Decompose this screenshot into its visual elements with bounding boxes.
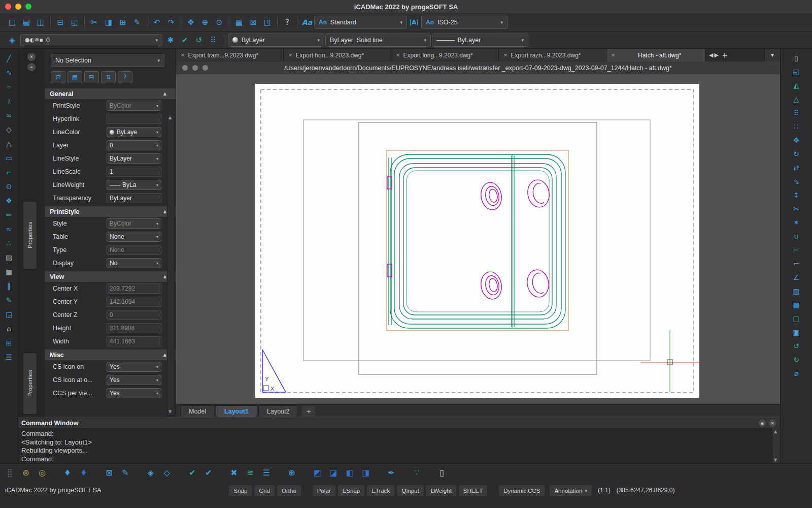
row-linestyle[interactable]: LineStyle —— ByLayer ▾ [45, 152, 176, 165]
property-value[interactable]: —— Yes ▾ [107, 362, 161, 372]
revcloud-tool-icon[interactable]: ≈ [3, 223, 16, 235]
pan-icon[interactable]: ✥ [184, 16, 198, 29]
row-layer[interactable]: Layer —— 0 ▾ [45, 139, 176, 152]
grip-icon[interactable]: ⣿ [3, 466, 16, 480]
cone-tool-icon[interactable]: △ [3, 137, 16, 150]
close-tab-icon[interactable]: ✕ [288, 52, 292, 58]
hatch-tool-icon[interactable]: ▨ [3, 251, 16, 264]
property-value[interactable]: —— ByLaye ▾ [107, 127, 161, 137]
gradient-icon[interactable]: ▩ [790, 299, 803, 310]
property-value[interactable]: —— No ▾ [107, 258, 161, 268]
snap-toggle[interactable]: Snap [229, 485, 252, 496]
layer-select[interactable]: ●◐❄▪ 0 ▾ [20, 34, 162, 46]
image-tool-icon[interactable]: ◲ [3, 308, 16, 321]
cross-icon[interactable]: ✖ [227, 466, 241, 480]
row-center-x[interactable]: Center X —— 203.7292 ▾ [45, 282, 176, 295]
row-display[interactable]: Display —— No ▾ [45, 257, 176, 270]
close-tab-icon[interactable]: ✕ [181, 52, 185, 58]
layer-states-manager-icon[interactable]: ⠿ [206, 34, 220, 47]
row-table[interactable]: Table —— None ▾ [45, 230, 176, 243]
property-value[interactable]: —— 142.1694 ▾ [107, 297, 161, 307]
select-entities-button[interactable]: ⊡ [51, 71, 65, 83]
row-cs-icon-origin[interactable]: CS icon at o... —— Yes ▾ [45, 373, 176, 387]
table-tool-icon[interactable]: ⊞ [3, 336, 16, 349]
zoom-previous-icon[interactable]: ⊙ [212, 16, 226, 29]
property-value[interactable]: —— 0 ▾ [107, 140, 161, 150]
row-transparency[interactable]: Transparency —— ByLayer ▾ [45, 192, 176, 205]
open-file-icon[interactable]: ▤ [19, 16, 33, 29]
close-command-icon[interactable]: ✕ [769, 420, 776, 427]
row-cs-icon-on[interactable]: CS icon on —— Yes ▾ [45, 360, 176, 373]
viewports-icon[interactable]: ▦ [232, 16, 246, 29]
esnap-toggle[interactable]: ESnap [338, 485, 365, 496]
lweight-toggle[interactable]: LWeight [426, 485, 456, 496]
property-value[interactable]: —— 441.1663 ▾ [107, 336, 161, 346]
list-tool-icon[interactable]: ☰ [3, 351, 16, 363]
measure-icon[interactable]: ⌀ [790, 367, 803, 379]
explode-icon[interactable]: ✶ [790, 216, 803, 228]
panel-scrollbar[interactable]: ▲ ▼ [167, 114, 175, 416]
property-value[interactable]: —— 311.8908 ▾ [107, 323, 161, 333]
offset-tool-icon[interactable]: ∥ [3, 279, 16, 292]
block4-icon[interactable]: ◨ [359, 466, 373, 480]
add-layout-icon[interactable]: + [302, 406, 315, 417]
scroll-up-icon[interactable]: ▲ [168, 115, 172, 120]
close-tab-icon[interactable]: ✕ [611, 52, 615, 58]
chain-tool-icon[interactable]: ∞ [3, 109, 16, 121]
home-icon[interactable]: ⌂ [3, 322, 16, 335]
maximize-view-icon[interactable]: ◱ [790, 66, 803, 77]
layer-isolate-icon[interactable]: ◇ [160, 466, 174, 480]
help-icon[interactable]: ? [280, 16, 294, 29]
row-linescale[interactable]: LineScale —— 1 ▾ [45, 165, 176, 178]
layer-previous-icon[interactable]: ↺ [192, 34, 206, 47]
redo-view-icon[interactable]: ↻ [790, 354, 803, 365]
line-tool-icon[interactable]: ╱ [3, 52, 16, 65]
undo-view-icon[interactable]: ↺ [790, 340, 803, 352]
property-value[interactable]: —— ByColor ▾ [107, 218, 161, 229]
print-preview-icon[interactable]: ◱ [67, 16, 82, 29]
ortho-toggle[interactable]: Ortho [277, 485, 301, 496]
render-icon[interactable]: ◭ [790, 79, 803, 91]
print-icon[interactable]: ⊟ [53, 16, 67, 29]
zoom-region-tool-icon[interactable]: ⊙ [3, 180, 16, 193]
mdi-minimize-icon[interactable] [192, 65, 198, 71]
match-properties-icon[interactable]: ✎ [130, 16, 144, 29]
block3-icon[interactable]: ◧ [343, 466, 356, 480]
dim-style-select[interactable]: Ao ISO-25 ▾ [421, 16, 507, 29]
blocks-icon[interactable]: ∷ [790, 120, 803, 132]
layer-walk-icon[interactable]: ☰ [260, 466, 273, 480]
esnap-settings-icon[interactable]: ⊚ [19, 466, 32, 480]
property-value[interactable]: —— 0 ▾ [107, 310, 161, 320]
tab-scroll-left-icon[interactable]: ◀ [709, 52, 713, 58]
new-sheet-icon[interactable]: ▯ [435, 466, 449, 480]
zoom-window-icon[interactable] [25, 4, 31, 10]
scroll-down-icon[interactable]: ▼ [168, 409, 172, 414]
grid-toggle[interactable]: Grid [254, 485, 275, 496]
command-history[interactable]: Command:<Switching to: Layout1>Rebuildin… [18, 429, 780, 463]
layer-stack-icon[interactable]: ≋ [244, 466, 257, 480]
document-tab-active[interactable]: ✕ Hatch - aft.dwg* [606, 49, 706, 61]
drawing-viewport[interactable]: Y X [176, 74, 780, 404]
mdi-close-icon[interactable] [182, 65, 188, 71]
move-icon[interactable]: ✥ [790, 134, 803, 146]
command-window[interactable]: Command Window ◉ ✕ Command:<Switching to… [18, 418, 780, 463]
row-hyperlink[interactable]: Hyperlink —— ▾ [45, 112, 176, 125]
dynamic-ccs-toggle[interactable]: Dynamic CCS [499, 485, 545, 496]
zoom-in-icon[interactable]: ⊕ [198, 16, 212, 29]
cut-icon[interactable]: ✂ [87, 16, 101, 29]
row-ccs-per-viewport[interactable]: CCS per vie... —— Yes ▾ [45, 387, 176, 400]
tab-layout2[interactable]: Layout2 [258, 405, 298, 417]
row-printstyle[interactable]: PrintStyle —— ByColor ▾ [45, 99, 176, 112]
color-select[interactable]: ByLayer ▾ [228, 34, 324, 47]
select-similar-button[interactable]: ⊟ [84, 71, 99, 83]
new-file-icon[interactable]: ▢ [5, 16, 19, 29]
tab-layout1[interactable]: Layout1 [216, 405, 257, 417]
mdi-zoom-icon[interactable] [202, 65, 208, 71]
copy-icon[interactable]: ◨ [101, 16, 116, 29]
row-linecolor[interactable]: LineColor —— ByLaye ▾ [45, 125, 176, 139]
mirror-icon[interactable]: ⇄ [790, 162, 803, 173]
panel-strip-icon[interactable]: ▯ [790, 52, 803, 64]
row-center-y[interactable]: Center Y —— 142.1694 ▾ [45, 295, 176, 308]
annotate-icon[interactable]: Aa [300, 16, 314, 29]
join-icon[interactable]: ∪ [790, 230, 803, 242]
